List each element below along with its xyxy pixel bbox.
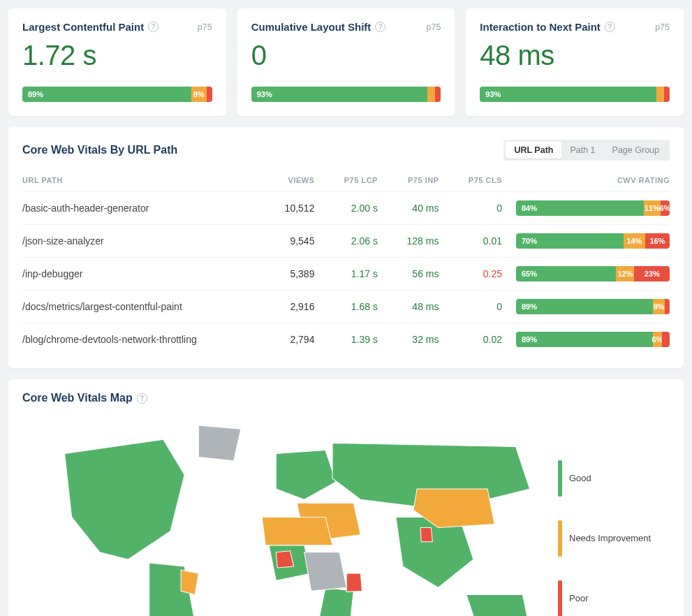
cell-cls: 0.25 — [446, 258, 509, 291]
col-rating: CWV RATING — [509, 170, 670, 192]
cell-views: 5,389 — [263, 258, 321, 291]
table-row[interactable]: /json-size-analyzer9,5452.06 s128 ms0.01… — [22, 225, 670, 258]
swatch-ni — [558, 520, 562, 557]
col-views: VIEWS — [263, 170, 321, 192]
cls-title: Cumulative Layout Shift — [251, 21, 371, 33]
cell-path: /docs/metrics/largest-contentful-paint — [22, 291, 263, 323]
table-row[interactable]: /blog/chrome-devtools-network-throttling… — [22, 323, 670, 356]
cell-lcp: 1.17 s — [321, 258, 384, 291]
col-lcp: P75 LCP — [321, 170, 384, 192]
map-panel: Core Web Vitals Map ? — [8, 379, 684, 616]
cell-path: /basic-auth-header-generator — [22, 192, 263, 225]
cls-value: 0 — [251, 40, 441, 71]
legend-poor-label: Poor — [569, 593, 588, 603]
cwv-table: URL PATH VIEWS P75 LCP P75 INP P75 CLS C… — [22, 170, 670, 355]
inp-bar: 93% — [480, 87, 670, 102]
lcp-title: Largest Contentful Paint — [22, 21, 144, 33]
lcp-value: 1.72 s — [22, 40, 212, 71]
swatch-good — [558, 460, 562, 497]
swatch-poor — [558, 580, 562, 616]
col-cls: P75 CLS — [446, 170, 509, 192]
cell-views: 2,916 — [263, 291, 321, 323]
cell-rating: 89%6% — [509, 323, 670, 356]
map-title: Core Web Vitals Map — [22, 392, 133, 404]
legend-poor: Poor — [558, 580, 670, 616]
lcp-sub: p75 — [198, 22, 212, 32]
lcp-card: Largest Contentful Paint ? p75 1.72 s 89… — [8, 8, 226, 116]
legend-good-label: Good — [569, 473, 591, 483]
legend-ni-label: Needs Improvement — [569, 533, 651, 543]
cell-inp: 128 ms — [385, 225, 446, 258]
world-map[interactable] — [22, 411, 558, 616]
inp-card: Interaction to Next Paint ? p75 48 ms 93… — [466, 8, 684, 116]
cell-rating: 89%8% — [509, 291, 670, 323]
table-row[interactable]: /docs/metrics/largest-contentful-paint2,… — [22, 291, 670, 323]
cell-inp: 32 ms — [385, 323, 446, 356]
toggle-url-path[interactable]: URL Path — [506, 142, 561, 159]
cell-views: 10,512 — [263, 192, 321, 225]
col-path: URL PATH — [22, 170, 263, 192]
cell-path: /blog/chrome-devtools-network-throttling — [22, 323, 263, 356]
inp-title: Interaction to Next Paint — [480, 21, 601, 33]
metric-cards: Largest Contentful Paint ? p75 1.72 s 89… — [8, 8, 684, 116]
help-icon[interactable]: ? — [137, 393, 147, 404]
help-icon[interactable]: ? — [605, 22, 615, 32]
cell-lcp: 1.39 s — [321, 323, 384, 356]
cell-cls: 0.01 — [446, 225, 509, 258]
help-icon[interactable]: ? — [148, 22, 159, 32]
col-inp: P75 INP — [385, 170, 446, 192]
toggle-page-group[interactable]: Page Group — [604, 142, 668, 159]
lcp-bar: 89%8% — [22, 87, 212, 102]
cell-cls: 0 — [446, 192, 509, 225]
legend-good: Good — [558, 460, 670, 497]
inp-sub: p75 — [655, 22, 670, 32]
path-toggle: URL Path Path 1 Page Group — [503, 140, 670, 161]
cell-lcp: 1.68 s — [321, 291, 384, 323]
cls-card: Cumulative Layout Shift ? p75 0 93% — [237, 8, 455, 116]
cell-rating: 84%11%6% — [509, 192, 670, 225]
cell-lcp: 2.00 s — [321, 192, 384, 225]
table-row[interactable]: /basic-auth-header-generator10,5122.00 s… — [22, 192, 670, 225]
cell-views: 9,545 — [263, 225, 321, 258]
cell-path: /json-size-analyzer — [22, 225, 263, 258]
cell-path: /inp-debugger — [22, 258, 263, 291]
help-icon[interactable]: ? — [375, 22, 385, 32]
cell-inp: 40 ms — [385, 192, 446, 225]
toggle-path1[interactable]: Path 1 — [561, 142, 603, 159]
cell-inp: 56 ms — [385, 258, 446, 291]
cell-rating: 70%14%16% — [509, 225, 670, 258]
cell-inp: 48 ms — [385, 291, 446, 323]
inp-value: 48 ms — [480, 40, 670, 71]
cell-cls: 0 — [446, 291, 509, 323]
cell-rating: 65%12%23% — [509, 258, 670, 291]
map-legend: Good Needs Improvement Poor — [558, 437, 670, 616]
cls-sub: p75 — [426, 22, 441, 32]
cell-cls: 0.02 — [446, 323, 509, 356]
table-row[interactable]: /inp-debugger5,3891.17 s56 ms0.2565%12%2… — [22, 258, 670, 291]
url-table-panel: Core Web Vitals By URL Path URL Path Pat… — [8, 127, 684, 368]
cell-views: 2,794 — [263, 323, 321, 356]
cell-lcp: 2.06 s — [321, 225, 384, 258]
cls-bar: 93% — [251, 87, 441, 102]
url-table-title: Core Web Vitals By URL Path — [22, 144, 177, 156]
legend-ni: Needs Improvement — [558, 520, 670, 557]
